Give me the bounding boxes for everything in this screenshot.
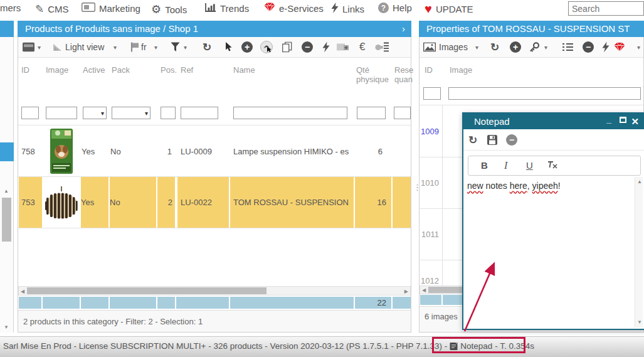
filter-id-input[interactable] bbox=[423, 87, 441, 100]
key-icon[interactable] bbox=[529, 42, 540, 53]
cell-active: Yes bbox=[81, 177, 108, 228]
refresh-icon[interactable]: ↻ bbox=[203, 41, 211, 54]
notepad-editor[interactable]: new notes here, yipeeh! ▲ ▼ bbox=[465, 177, 643, 328]
scroll-up-icon[interactable]: ▲ bbox=[637, 179, 642, 184]
list-icon[interactable] bbox=[562, 43, 573, 51]
bulk-lightning-icon[interactable] bbox=[602, 42, 610, 53]
chevron-down-icon[interactable]: ▾ bbox=[113, 44, 117, 51]
column-header-pack[interactable]: Pack bbox=[112, 65, 130, 75]
attributes-sort-icon[interactable] bbox=[375, 42, 389, 53]
euro-price-icon[interactable]: € bbox=[359, 41, 365, 53]
gear-icon: ⚙ bbox=[151, 3, 161, 16]
language-selector[interactable]: fr bbox=[141, 42, 147, 52]
maximize-button[interactable] bbox=[620, 117, 626, 123]
filter-image-input[interactable] bbox=[448, 87, 641, 100]
images-mode-selector[interactable]: Images bbox=[439, 42, 468, 52]
filter-image-input[interactable] bbox=[46, 107, 77, 119]
column-header-ref[interactable]: Ref bbox=[181, 65, 193, 75]
refresh-icon[interactable]: ↻ bbox=[490, 41, 499, 54]
chevron-down-icon[interactable]: ▾ bbox=[154, 44, 157, 51]
image-row-id[interactable]: 1011 bbox=[420, 208, 439, 260]
chevron-down-icon[interactable]: ▾ bbox=[38, 44, 41, 51]
column-header-image[interactable]: Image bbox=[450, 65, 472, 75]
notepad-titlebar[interactable]: Notepad _ ✕ bbox=[463, 114, 644, 129]
minimize-button[interactable]: _ bbox=[606, 112, 611, 127]
add-image-icon[interactable] bbox=[337, 43, 349, 52]
close-button[interactable]: ✕ bbox=[631, 114, 639, 129]
product-photo-dog-pack bbox=[50, 128, 73, 174]
menu-item-links[interactable]: Links bbox=[331, 3, 364, 15]
clear-format-button[interactable] bbox=[547, 160, 558, 171]
remove-icon[interactable]: − bbox=[506, 134, 517, 146]
scrollbar-thumb[interactable] bbox=[2, 198, 11, 242]
menu-item-update[interactable]: ♥ UPDATE bbox=[425, 3, 473, 15]
scroll-left-icon[interactable]: ◀ bbox=[422, 288, 426, 293]
light-view-icon bbox=[53, 43, 63, 52]
gem-icon[interactable] bbox=[614, 43, 625, 52]
image-row-id[interactable]: 1009 bbox=[420, 105, 439, 157]
question-icon: ? bbox=[378, 3, 389, 13]
add-icon[interactable]: + bbox=[241, 41, 253, 53]
filter-id-input[interactable] bbox=[21, 107, 39, 119]
filter-icon[interactable] bbox=[171, 42, 180, 52]
chevron-down-icon[interactable]: ▾ bbox=[184, 44, 187, 51]
prestashop-link-icon[interactable] bbox=[260, 40, 273, 54]
scroll-up-icon[interactable]: ▲ bbox=[4, 189, 9, 194]
column-header-reserved[interactable]: Resequan bbox=[394, 65, 413, 84]
flag-icon bbox=[130, 42, 139, 53]
chevron-down-icon[interactable]: ▾ bbox=[637, 44, 640, 51]
image-row-id[interactable]: 1012 bbox=[420, 260, 439, 285]
status-notepad-link[interactable]: Notepad bbox=[460, 341, 492, 351]
filter-reserved-input[interactable] bbox=[394, 107, 411, 119]
filter-name-input[interactable] bbox=[233, 107, 347, 119]
filter-pack-select[interactable]: ▾ bbox=[112, 107, 150, 119]
refresh-icon[interactable]: ↻ bbox=[468, 133, 477, 146]
filter-pos-input[interactable] bbox=[161, 107, 176, 119]
column-header-qty[interactable]: Qtéphysique bbox=[356, 65, 389, 84]
scroll-right-icon[interactable]: ▶ bbox=[404, 289, 408, 294]
bulk-lightning-icon[interactable] bbox=[322, 42, 330, 53]
scroll-down-icon[interactable]: ▼ bbox=[637, 320, 642, 325]
add-icon[interactable]: + bbox=[510, 41, 521, 53]
menu-item-marketing[interactable]: Marketing bbox=[82, 3, 140, 14]
scroll-down-icon[interactable]: ▼ bbox=[4, 325, 9, 330]
view-mode-button[interactable] bbox=[23, 43, 34, 52]
filter-qty-input[interactable] bbox=[357, 107, 386, 119]
menu-item-eservices[interactable]: e-Services bbox=[264, 3, 324, 14]
column-header-image[interactable]: Image bbox=[46, 65, 68, 75]
column-header-id[interactable]: ID bbox=[21, 65, 29, 75]
menu-item-trends[interactable]: Trends bbox=[205, 3, 249, 14]
image-row-id[interactable]: 1010 bbox=[420, 157, 439, 208]
column-header-pos[interactable]: Pos. bbox=[161, 65, 177, 75]
column-header-active[interactable]: Active bbox=[83, 65, 105, 75]
v-scrollbar[interactable]: ▲ ▼ bbox=[635, 177, 643, 328]
italic-button[interactable]: I bbox=[504, 160, 507, 171]
h-scrollbar[interactable]: ◀ ▶ bbox=[18, 286, 411, 296]
pencil-icon: ✎ bbox=[35, 3, 44, 16]
chevron-down-icon[interactable]: ▾ bbox=[475, 44, 478, 51]
menu-item-help[interactable]: ? Help bbox=[378, 3, 412, 13]
search-input[interactable] bbox=[568, 1, 644, 16]
menu-item-customers[interactable]: mers bbox=[0, 3, 21, 13]
menu-item-tools[interactable]: ⚙ Tools bbox=[151, 3, 187, 16]
left-panel-title: Products of Produits sans image / Shop 1 bbox=[25, 23, 198, 34]
menu-item-cms[interactable]: ✎ CMS bbox=[35, 3, 69, 16]
underline-button[interactable]: U bbox=[526, 160, 533, 171]
duplicate-icon[interactable] bbox=[282, 42, 292, 53]
chevron-down-icon[interactable]: ▾ bbox=[544, 44, 547, 51]
cursor-select-icon[interactable] bbox=[225, 42, 233, 52]
bold-button[interactable]: B bbox=[481, 160, 488, 171]
notepad-file-icon bbox=[450, 342, 458, 351]
view-selector[interactable]: Light view bbox=[65, 42, 104, 52]
scrollbar-thumb[interactable] bbox=[27, 287, 267, 294]
scroll-left-icon[interactable]: ◀ bbox=[21, 289, 24, 294]
filter-active-select[interactable]: ▾ bbox=[83, 107, 107, 119]
column-header-name[interactable]: Name bbox=[233, 65, 255, 75]
save-icon[interactable] bbox=[487, 135, 497, 145]
chevron-right-icon[interactable]: › bbox=[402, 21, 405, 37]
column-header-id[interactable]: ID bbox=[425, 65, 433, 75]
remove-icon[interactable]: − bbox=[583, 41, 594, 53]
remove-icon[interactable]: − bbox=[302, 41, 313, 53]
filter-ref-input[interactable] bbox=[181, 107, 218, 119]
left-panel-status: 2 products in this category - Filter: 2 … bbox=[18, 310, 411, 332]
